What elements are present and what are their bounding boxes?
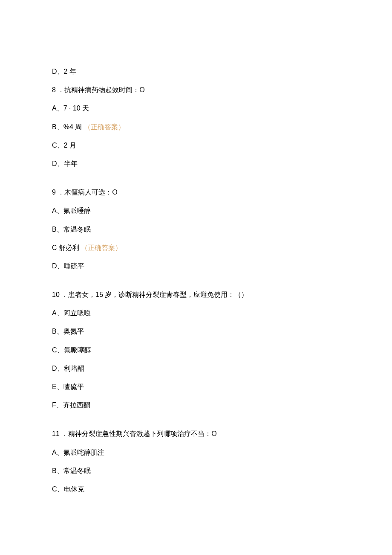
- option-text: B、%4 周: [52, 123, 82, 131]
- question-text: 10 ．患者女，15 岁，诊断精神分裂症青春型，应避免使用：（）: [52, 291, 248, 298]
- question-separator: [52, 178, 341, 188]
- option-text: D、2 年: [52, 68, 76, 75]
- q9-option-a: A、氟哌唾醇: [52, 206, 341, 215]
- question-text: 11 ．精神分裂症急性期兴奋激越下列哪项治疗不当：O: [52, 430, 217, 437]
- question-text: 8 ．抗精神病药物起效时间：O: [52, 86, 145, 93]
- document-page: D、2 年 8 ．抗精神病药物起效时间：O A、7 · 10 天 B、%4 周 …: [0, 0, 392, 555]
- q8-option-b: B、%4 周 （正确答案）: [52, 123, 341, 131]
- option-text: A、7 · 10 天: [52, 105, 89, 112]
- option-text: A、氟哌唾醇: [52, 207, 91, 214]
- option-text: C、2 月: [52, 142, 76, 149]
- q10-option-f: F、齐拉西酮: [52, 401, 341, 409]
- option-text: B、常温冬眠: [52, 226, 91, 233]
- question-text: 9 ．木僵病人可选：O: [52, 189, 118, 196]
- q10-option-a: A、阿立哌嘎: [52, 309, 341, 317]
- q11-stem: 11 ．精神分裂症急性期兴奋激越下列哪项治疗不当：O: [52, 430, 341, 438]
- q9-option-b: B、常温冬眠: [52, 225, 341, 233]
- q7-option-d: D、2 年: [52, 67, 341, 76]
- correct-answer-label: （正确答案）: [84, 123, 125, 131]
- q8-option-a: A、7 · 10 天: [52, 104, 341, 112]
- option-text: C 舒必利: [52, 244, 79, 251]
- question-separator: [52, 419, 341, 430]
- option-text: B、常温冬眠: [52, 467, 91, 474]
- q10-option-e: E、喳硫平: [52, 383, 341, 391]
- q10-option-d: D、利培酮: [52, 364, 341, 372]
- option-text: D、半年: [52, 160, 78, 167]
- q11-option-b: B、常温冬眠: [52, 467, 341, 475]
- q9-option-d: D、唾硫平: [52, 262, 341, 270]
- q8-stem: 8 ．抗精神病药物起效时间：O: [52, 86, 341, 94]
- option-text: D、利培酮: [52, 365, 84, 372]
- q9-option-c: C 舒必利 （正确答案）: [52, 244, 341, 252]
- q10-option-b: B、奥氮平: [52, 327, 341, 335]
- option-text: B、奥氮平: [52, 328, 84, 335]
- correct-answer-label: （正确答案）: [81, 244, 122, 251]
- option-text: D、唾硫平: [52, 262, 84, 270]
- option-text: E、喳硫平: [52, 383, 84, 390]
- q8-option-c: C、2 月: [52, 141, 341, 149]
- q8-option-d: D、半年: [52, 160, 341, 168]
- option-text: A、氟哌咤醇肌注: [52, 449, 104, 456]
- q10-option-c: C、氟哌噻醇: [52, 346, 341, 354]
- q11-option-a: A、氟哌咤醇肌注: [52, 448, 341, 456]
- option-text: C、电休克: [52, 485, 84, 493]
- option-text: C、氟哌噻醇: [52, 346, 91, 354]
- q10-stem: 10 ．患者女，15 岁，诊断精神分裂症青春型，应避免使用：（）: [52, 291, 341, 299]
- q9-stem: 9 ．木僵病人可选：O: [52, 188, 341, 196]
- option-text: A、阿立哌嘎: [52, 309, 91, 317]
- q11-option-c: C、电休克: [52, 485, 341, 493]
- option-text: F、齐拉西酮: [52, 401, 90, 409]
- question-separator: [52, 280, 341, 291]
